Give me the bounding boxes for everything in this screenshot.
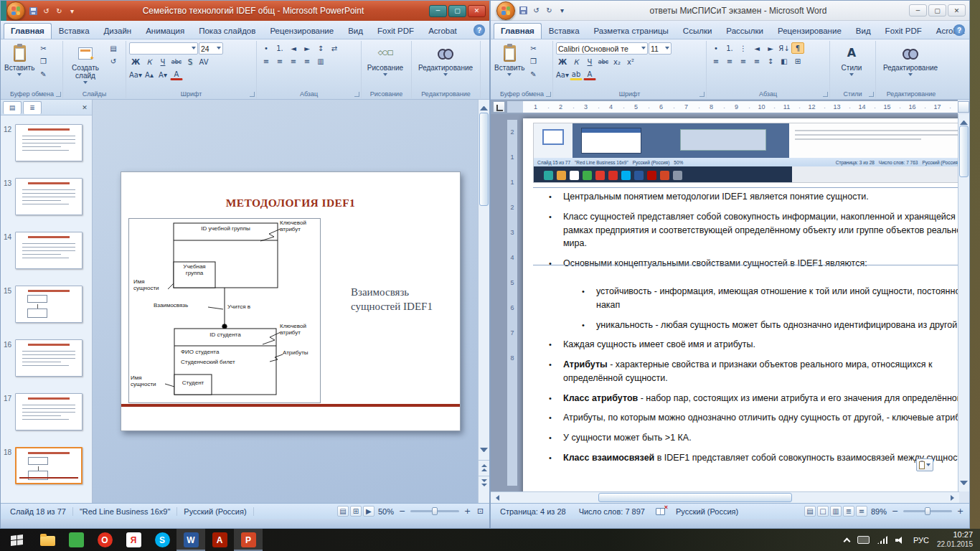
- start-button[interactable]: [0, 529, 33, 551]
- reset-slide-icon[interactable]: ↺: [107, 55, 120, 67]
- dialog-launcher-icon[interactable]: [546, 92, 551, 97]
- paste-button[interactable]: Вставить: [494, 42, 524, 78]
- cut-icon[interactable]: ✂: [527, 42, 540, 54]
- zoom-level[interactable]: 89%: [871, 507, 887, 516]
- line-spacing-icon[interactable]: ↕: [764, 55, 777, 67]
- ppt-tab-2[interactable]: Вставка: [52, 23, 97, 39]
- maximize-button[interactable]: ▢: [448, 5, 466, 17]
- new-slide-button[interactable]: Создать слайд: [66, 42, 105, 86]
- ppt-vertical-scrollbar[interactable]: [478, 100, 489, 503]
- drawing-button[interactable]: ◇○□ Рисование: [364, 42, 406, 78]
- decrease-indent-icon[interactable]: ◄: [750, 42, 763, 54]
- scrollbar-thumb[interactable]: [959, 126, 969, 177]
- ppt-tab-5[interactable]: Показ слайдов: [192, 23, 263, 39]
- word-tab-5[interactable]: Рассылки: [719, 23, 771, 39]
- ruler-toggle-button[interactable]: [958, 101, 969, 113]
- full-screen-icon[interactable]: □: [817, 506, 829, 517]
- save-icon[interactable]: [28, 6, 39, 17]
- scroll-up-icon[interactable]: [480, 103, 488, 110]
- word-tab-6[interactable]: Рецензирование: [771, 23, 849, 39]
- scroll-left-icon[interactable]: [493, 495, 499, 501]
- maximize-button[interactable]: ▢: [928, 4, 946, 17]
- language-indicator[interactable]: Русский (Россия): [177, 507, 253, 516]
- fit-to-window-button[interactable]: ⊡: [476, 507, 485, 516]
- underline-icon[interactable]: Ч: [583, 56, 596, 67]
- ppt-tab-4[interactable]: Анимация: [138, 23, 192, 39]
- slide-thumbnail-15[interactable]: 15: [4, 286, 92, 323]
- word-tab-1[interactable]: Главная: [494, 23, 542, 39]
- cut-icon[interactable]: ✂: [37, 42, 50, 54]
- word-count[interactable]: Число слов: 7 897: [573, 507, 651, 516]
- change-case-icon[interactable]: Аа▾: [129, 69, 142, 80]
- underline-icon[interactable]: Ч: [156, 56, 169, 67]
- office-button[interactable]: [6, 1, 25, 20]
- slide-thumbnail-12[interactable]: 12: [4, 124, 92, 161]
- increase-indent-icon[interactable]: ►: [301, 42, 314, 54]
- network-icon[interactable]: [877, 536, 887, 544]
- align-right-icon[interactable]: ≡: [287, 55, 300, 67]
- bullets-icon[interactable]: •: [260, 42, 273, 54]
- highlight-color-icon[interactable]: ab: [570, 70, 583, 80]
- outline-tab[interactable]: ≣: [23, 101, 42, 114]
- dialog-launcher-icon[interactable]: [869, 92, 874, 97]
- minimize-button[interactable]: ─: [429, 5, 447, 17]
- dialog-launcher-icon[interactable]: [354, 92, 359, 97]
- slideshow-icon[interactable]: ▶: [363, 506, 374, 517]
- page-indicator[interactable]: Страница: 4 из 28: [494, 507, 573, 516]
- zoom-slider[interactable]: [903, 510, 952, 512]
- shading-icon[interactable]: ◧: [778, 55, 791, 67]
- font-size-combo[interactable]: 24: [199, 42, 223, 55]
- subscript-icon[interactable]: x₂: [611, 56, 623, 67]
- word-tab-3[interactable]: Разметка страницы: [587, 23, 676, 39]
- slide-thumbnail-18[interactable]: 18: [4, 447, 92, 484]
- ppt-tab-3[interactable]: Дизайн: [97, 23, 139, 39]
- font-size-combo[interactable]: 11: [649, 42, 672, 55]
- sort-icon[interactable]: Я↓: [778, 42, 791, 54]
- columns-icon[interactable]: ▥: [314, 55, 327, 67]
- tab-selector[interactable]: [493, 101, 505, 113]
- italic-icon[interactable]: К: [570, 56, 583, 67]
- font-color-icon[interactable]: А: [583, 70, 596, 80]
- outline-view-icon[interactable]: ≣: [843, 506, 854, 517]
- spellcheck-icon[interactable]: ×: [656, 508, 665, 515]
- print-layout-icon[interactable]: ▤: [804, 506, 816, 517]
- strikethrough-icon[interactable]: abc: [597, 56, 610, 67]
- word-tab-7[interactable]: Вид: [849, 23, 878, 39]
- taskbar-opera-icon[interactable]: O: [90, 529, 119, 551]
- word-vertical-scrollbar[interactable]: [958, 114, 969, 491]
- embedded-screenshot[interactable]: Слайд 15 из 77 "Red Line Business 16x9" …: [533, 123, 959, 183]
- taskbar-file-explorer-icon[interactable]: [33, 529, 62, 551]
- word-horizontal-scrollbar[interactable]: [491, 491, 959, 503]
- bold-icon[interactable]: Ж: [556, 56, 569, 67]
- pane-close-icon[interactable]: ✕: [80, 104, 90, 111]
- justify-icon[interactable]: ≡: [301, 55, 314, 67]
- close-button[interactable]: ✕: [468, 5, 486, 17]
- slides-tab[interactable]: ▤: [3, 101, 22, 114]
- align-center-icon[interactable]: ≡: [273, 55, 286, 67]
- slide-canvas[interactable]: МЕТОДОЛОГИЯ IDEF1 Взаимосвязь сущностей …: [121, 171, 461, 431]
- scroll-right-icon[interactable]: [951, 495, 957, 501]
- next-slide-button[interactable]: [479, 476, 489, 490]
- undo-icon[interactable]: ↺: [41, 6, 52, 17]
- word-tab-4[interactable]: Ссылки: [676, 23, 720, 39]
- decrease-indent-icon[interactable]: ◄: [287, 42, 300, 54]
- taskbar-powerpoint-icon[interactable]: P: [234, 529, 263, 551]
- touch-keyboard-icon[interactable]: [857, 536, 870, 544]
- slide-thumbnail-14[interactable]: 14: [4, 232, 92, 269]
- slide-thumbnail-13[interactable]: 13: [4, 178, 92, 215]
- change-case-icon[interactable]: Аа▾: [556, 69, 569, 80]
- ppt-title-bar[interactable]: ↺↻▾ Семейство технологий IDEF общ - Micr…: [1, 1, 489, 21]
- align-center-icon[interactable]: ≡: [723, 55, 736, 67]
- borders-icon[interactable]: ⊞: [791, 55, 804, 67]
- zoom-out-button[interactable]: −: [890, 507, 900, 516]
- draft-view-icon[interactable]: ≡: [856, 506, 867, 517]
- ppt-tab-1[interactable]: Главная: [4, 23, 52, 39]
- customize-qat-icon[interactable]: ▾: [67, 6, 77, 17]
- redo-icon[interactable]: ↻: [54, 6, 65, 17]
- word-tab-8[interactable]: Foxit PDF: [878, 23, 929, 39]
- undo-icon[interactable]: ↺: [531, 5, 542, 16]
- bullets-icon[interactable]: •: [710, 42, 722, 54]
- slide-thumbnail-17[interactable]: 17: [4, 393, 92, 430]
- editing-button[interactable]: Редактирование: [879, 42, 942, 78]
- dialog-launcher-icon[interactable]: [823, 92, 828, 97]
